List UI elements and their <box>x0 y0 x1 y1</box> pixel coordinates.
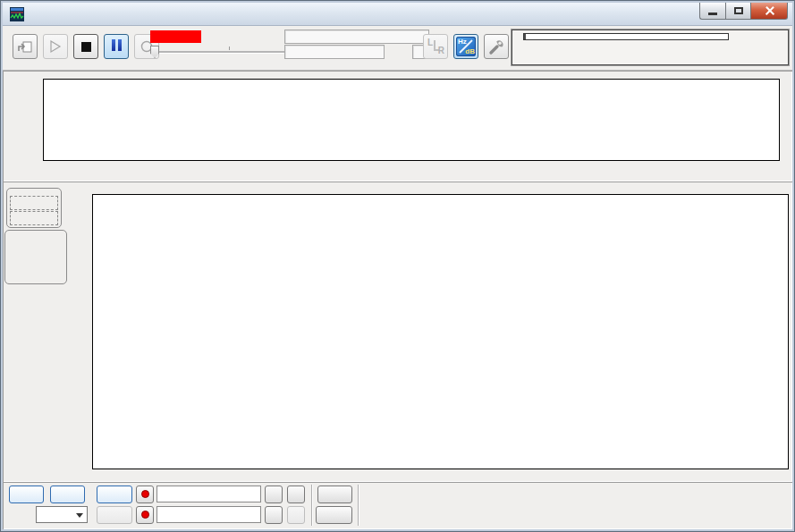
lr-channel-button[interactable]: LR <box>423 34 448 59</box>
rms-button[interactable] <box>316 506 352 524</box>
maximize-icon <box>734 7 743 14</box>
wave-info-field <box>284 30 429 44</box>
peak-button[interactable] <box>50 486 85 503</box>
close-button[interactable] <box>751 3 788 20</box>
spectrum-panel <box>3 182 792 482</box>
lr-channel-icon: LR <box>427 38 444 55</box>
ovl1-load-button[interactable] <box>265 486 283 503</box>
waveform-plot <box>43 79 780 161</box>
app-icon <box>10 7 24 21</box>
main-button[interactable] <box>9 486 44 503</box>
play-icon <box>48 39 63 54</box>
waveform-panel <box>3 71 792 182</box>
ovl2-button[interactable] <box>97 506 132 524</box>
waveform-x-axis <box>3 163 792 175</box>
pause-button[interactable] <box>104 34 129 59</box>
red-dot-icon <box>141 490 149 498</box>
ovl1-color-button[interactable] <box>136 486 154 503</box>
meter-db-readout <box>731 36 786 61</box>
open-file-icon <box>16 38 34 55</box>
ovl1-save-button[interactable] <box>287 486 305 503</box>
pause-icon <box>110 39 123 54</box>
separator <box>358 485 359 526</box>
stop-icon <box>81 42 91 52</box>
minimize-icon <box>708 13 717 15</box>
thd-button[interactable] <box>317 486 352 503</box>
settings-button[interactable] <box>484 34 509 59</box>
maximize-button[interactable] <box>725 3 751 20</box>
level-meter <box>512 30 789 65</box>
avg-select[interactable] <box>36 506 88 523</box>
separator <box>311 485 313 526</box>
ovl2-file-input[interactable] <box>156 506 261 523</box>
minimize-button[interactable] <box>699 3 725 20</box>
rec-input-badge <box>150 30 201 43</box>
toolbar: LR HzdB <box>3 26 792 71</box>
wavespectra-window: LR HzdB <box>0 0 795 532</box>
fft-info-field <box>284 45 385 59</box>
slider-thumb[interactable] <box>150 46 159 58</box>
ovl2-load-button[interactable] <box>265 506 283 524</box>
play-button[interactable] <box>43 34 68 59</box>
meter-peak-marker <box>524 34 526 39</box>
ovl2-save-button[interactable] <box>287 506 305 524</box>
stop-button[interactable] <box>73 34 98 59</box>
wrench-icon <box>487 38 505 55</box>
red-dot-icon <box>141 511 149 519</box>
hz-db-icon: HzdB <box>456 37 476 56</box>
spectrum-y-axis <box>3 182 89 482</box>
bottom-control-bar <box>3 482 792 529</box>
title-bar <box>3 3 792 26</box>
meter-scale <box>512 45 736 55</box>
chevron-down-icon <box>76 513 83 518</box>
hz-db-scale-button[interactable]: HzdB <box>453 34 478 59</box>
meter-bar <box>523 33 729 40</box>
ovl1-button[interactable] <box>97 486 132 503</box>
spectrum-plot[interactable] <box>92 194 789 469</box>
ovl1-file-input[interactable] <box>156 486 261 502</box>
ovl2-color-button[interactable] <box>136 506 154 524</box>
open-file-button[interactable] <box>13 34 38 59</box>
